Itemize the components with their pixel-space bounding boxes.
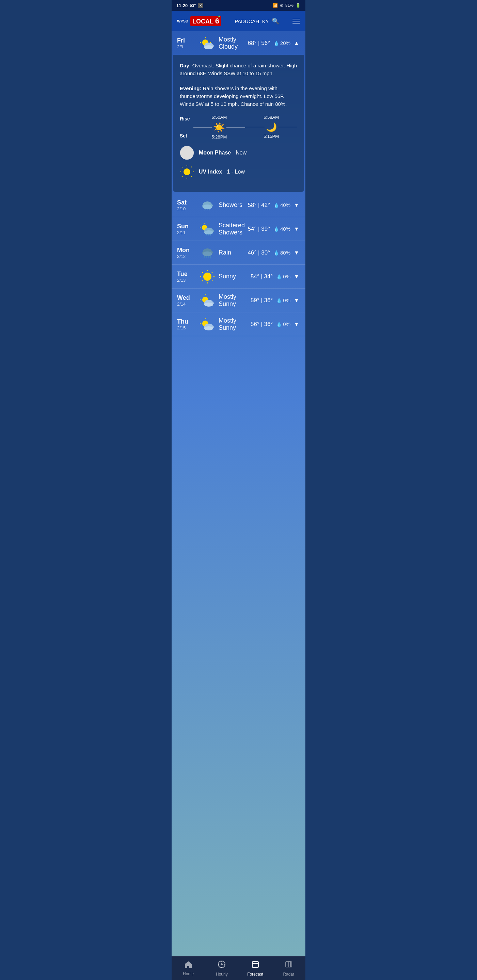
svg-line-43 [210,256,211,259]
wed-chevron: ▼ [293,298,300,304]
tue-row[interactable]: Tue 2/13 Sunny 54 [172,265,305,288]
mon-condition: Rain [219,249,248,256]
mon-day-info: Mon 2/12 [177,247,196,259]
svg-line-33 [206,234,207,236]
thu-date: 2/15 [177,325,196,331]
thu-temps: 56° | 36° [250,321,273,328]
sunrise-time: 6:50AM [212,115,227,120]
svg-point-59 [204,302,213,307]
svg-line-23 [205,209,205,211]
wed-row[interactable]: Wed 2/14 Mostly Sunny 59° | [172,288,305,312]
tue-condition: Sunny [219,273,250,280]
tue-chevron: ▼ [293,274,300,280]
svg-line-50 [212,272,212,273]
wed-day-info: Wed 2/14 [177,294,196,307]
sep: | [261,321,264,327]
sun-row[interactable]: Sun 2/11 Scattered Showers [172,217,305,241]
menu-line-3 [292,23,300,24]
sun-precip: 💧 40% [273,226,290,232]
friday-day-detail: Day: Overcast. Slight chance of a rain s… [180,62,297,78]
sat-low: 42° [261,202,270,208]
battery-icon: 🔋 [295,3,301,8]
drop-icon: 💧 [273,226,279,232]
svg-point-32 [204,231,213,234]
svg-line-18 [191,176,192,177]
friday-high: 68° [248,40,257,46]
moon-icon: 🌙 [266,122,277,132]
svg-line-16 [191,167,192,167]
thu-precip-val: 0% [283,321,290,327]
tue-high: 54° [250,273,260,280]
sun-temps: 54° | 39° [248,226,270,232]
sun-condition: Scattered Showers [219,222,248,236]
mon-precip: 💧 80% [273,250,290,256]
sat-condition-text: Showers [219,202,242,208]
svg-line-15 [182,167,182,167]
svg-line-24 [207,209,207,211]
app-header: WPSD LOCAL 6 🦚 PADUCAH, KY 🔍 [172,11,305,31]
thu-name: Thu [177,318,196,325]
wed-precip: 💧 0% [276,298,290,303]
sep: | [261,297,264,304]
status-time: 11:20 [176,3,188,8]
sat-date: 2/10 [177,206,196,211]
tue-temps: 54° | 34° [250,273,273,280]
svg-line-17 [182,176,182,177]
mon-precip-val: 80% [280,250,290,256]
menu-line-2 [292,21,300,21]
main-content: Fri 2/9 Mostly Cloudy 68° [172,31,305,956]
sep: | [258,226,261,232]
sun-date: 2/11 [177,230,196,235]
status-temp: 63° [190,3,196,8]
tue-weather-icon [198,269,217,284]
radar-label: Radar [283,972,295,977]
home-label: Home [183,972,194,976]
drop-icon: 💧 [273,40,279,46]
friday-row[interactable]: Fri 2/9 Mostly Cloudy 68° [172,31,305,55]
temp-separator: | [258,40,261,46]
sat-high: 58° [248,202,257,208]
sun-chevron: ▼ [293,226,300,232]
status-right: 📶 ⊘ 81% 🔋 [273,3,301,8]
tue-date: 2/13 [177,278,196,283]
svg-line-25 [209,209,209,211]
set-label: Set [180,133,190,138]
mon-temps: 46° | 30° [248,250,270,256]
moon-phase-icon [180,146,194,160]
hourly-label: Hourly [216,972,228,977]
uv-val: 1 - Low [227,169,244,175]
tue-name: Tue [177,270,196,278]
svg-rect-73 [252,962,258,967]
thu-row[interactable]: Thu 2/15 Mostly Sunny 56° | [172,312,305,336]
wifi-icon: 📶 [273,3,278,8]
nav-hourly[interactable]: Hourly [210,960,234,977]
alarm-icon: ⊘ [280,3,283,8]
logo-local6: LOCAL 6 🦚 [190,16,221,26]
forecast-section: Sat 2/10 Showers 58° | [172,193,305,336]
mon-name: Mon [177,247,196,254]
nav-home[interactable]: Home [176,961,200,976]
sat-condition: Showers [219,202,248,208]
friday-low: 56° [261,40,270,46]
menu-line-1 [292,19,300,19]
svg-line-51 [202,280,203,281]
sun-name: Sun [177,223,196,230]
sat-row[interactable]: Sat 2/10 Showers 58° | [172,193,305,217]
sun-precip-val: 40% [280,226,290,232]
sat-precip: 💧 40% [273,202,290,208]
sat-precip-val: 40% [280,202,290,208]
friday-condition-text: Mostly Cloudy [219,36,238,50]
svg-line-41 [206,256,207,259]
mon-weather-icon [198,245,217,260]
menu-button[interactable] [292,19,300,24]
tue-day-info: Tue 2/13 [177,270,196,283]
nav-forecast[interactable]: Forecast [243,960,267,977]
mon-row[interactable]: Mon 2/12 Rain 46° | [172,241,305,265]
nav-radar[interactable]: Radar [277,960,301,977]
friday-day-text: Overcast. Slight chance of a rain shower… [180,63,297,76]
search-icon[interactable]: 🔍 [272,18,279,25]
svg-point-68 [221,963,223,966]
location-text: PADUCAH, KY [235,18,269,24]
header-location: PADUCAH, KY 🔍 [235,18,279,25]
sat-chevron: ▼ [293,202,300,208]
